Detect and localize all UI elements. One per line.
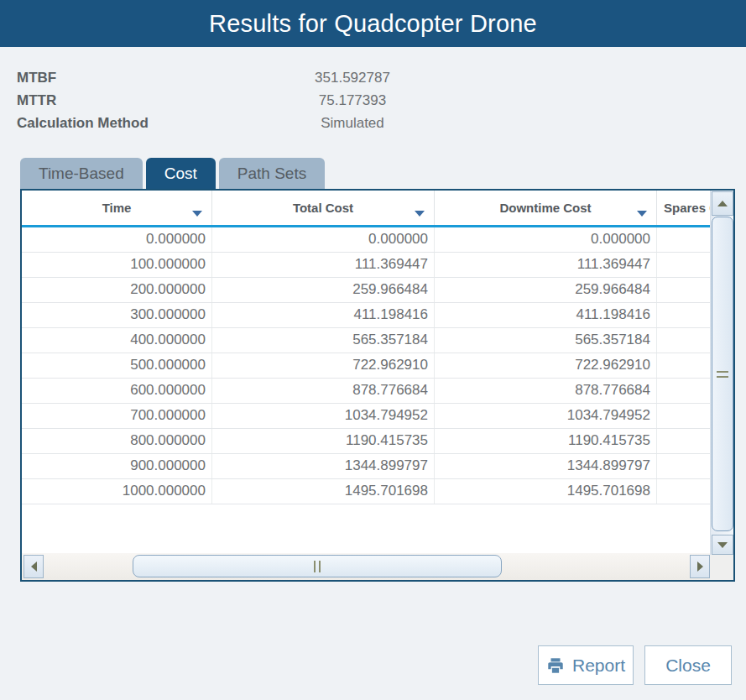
thumb-grip-icon [314, 561, 321, 572]
table-cell: 1034.794952 [212, 404, 435, 428]
table-cell [657, 227, 710, 252]
tab-path-sets[interactable]: Path Sets [219, 158, 325, 189]
table-cell: 400.000000 [22, 328, 212, 353]
scroll-up-button[interactable] [712, 191, 733, 216]
table-row[interactable]: 500.000000722.962910722.962910 [22, 353, 710, 379]
results-dialog: Results for Quadcopter Drone MTBF 351.59… [0, 0, 746, 700]
table-row[interactable]: 100.000000111.369447111.369447 [22, 253, 710, 278]
table-cell [657, 454, 710, 478]
table-cell: 565.357184 [435, 328, 657, 353]
table-row[interactable]: 400.000000565.357184565.357184 [22, 328, 710, 353]
table-row[interactable]: 900.0000001344.8997971344.899797 [22, 454, 710, 479]
scroll-right-button[interactable] [690, 555, 710, 578]
mtbf-value: 351.592787 [218, 70, 487, 86]
table-cell: 1190.415735 [435, 429, 657, 453]
table-row[interactable]: 800.0000001190.4157351190.415735 [22, 429, 710, 454]
sort-arrow-icon[interactable] [415, 211, 425, 217]
table-cell: 878.776684 [212, 379, 435, 403]
close-button-label: Close [665, 656, 711, 676]
table-cell [657, 353, 710, 378]
table-cell: 900.000000 [22, 454, 212, 478]
table-cell: 800.000000 [22, 429, 212, 453]
scroll-left-button[interactable] [23, 555, 44, 578]
horizontal-scrollbar-thumb[interactable] [133, 555, 502, 577]
report-button[interactable]: Report [538, 645, 634, 685]
table-row[interactable]: 600.000000878.776684878.776684 [22, 379, 710, 404]
table-cell [657, 278, 710, 302]
table-cell: 0.000000 [435, 227, 657, 252]
table-row[interactable]: 1000.0000001495.7016981495.701698 [22, 479, 710, 504]
table-header-row: Time Total Cost Downtime Cost Spares Cos… [22, 191, 710, 225]
table-cell: 722.962910 [435, 353, 657, 378]
table-cell [657, 303, 710, 327]
table-row[interactable]: 300.000000411.198416411.198416 [22, 303, 710, 328]
results-tabs: Time-Based Cost Path Sets [20, 158, 325, 189]
sort-arrow-icon[interactable] [192, 211, 202, 217]
mtbf-label: MTBF [0, 70, 218, 86]
info-row-mtbf: MTBF 351.592787 [0, 66, 746, 89]
table-cell [657, 379, 710, 403]
table-cell: 878.776684 [435, 379, 657, 403]
left-arrow-icon [31, 562, 37, 572]
table-cell: 300.000000 [22, 303, 212, 327]
tab-time-based[interactable]: Time-Based [20, 158, 143, 189]
column-header-time[interactable]: Time [22, 191, 212, 225]
close-button[interactable]: Close [644, 645, 732, 685]
column-header-label: Total Cost [293, 201, 353, 215]
horizontal-scrollbar[interactable] [22, 553, 710, 580]
column-header-label: Time [102, 201, 132, 215]
table-cell: 100.000000 [22, 253, 212, 277]
dialog-header: Results for Quadcopter Drone [0, 0, 746, 47]
table-cell: 1000.000000 [22, 479, 212, 504]
sort-arrow-icon[interactable] [637, 211, 647, 217]
table-cell: 1495.701698 [435, 479, 657, 504]
column-header-downtime-cost[interactable]: Downtime Cost [435, 191, 657, 225]
table-cell: 1344.899797 [212, 454, 435, 478]
thumb-grip-icon [717, 371, 728, 378]
table-cell: 111.369447 [435, 253, 657, 277]
table-cell: 259.966484 [212, 278, 435, 302]
table-cell: 1344.899797 [435, 454, 657, 478]
table-cell [657, 479, 710, 504]
table-body: 0.0000000.0000000.000000100.000000111.36… [22, 227, 710, 504]
column-header-spares-cost[interactable]: Spares Cost [657, 191, 710, 225]
info-row-mttr: MTTR 75.177393 [0, 89, 746, 112]
table-cell [657, 328, 710, 353]
report-button-label: Report [572, 656, 625, 676]
vertical-scrollbar[interactable] [710, 191, 733, 555]
column-header-total-cost[interactable]: Total Cost [212, 191, 435, 225]
table-row[interactable]: 700.0000001034.7949521034.794952 [22, 404, 710, 429]
table-cell: 500.000000 [22, 353, 212, 378]
summary-info: MTBF 351.592787 MTTR 75.177393 Calculati… [0, 66, 746, 134]
table-row[interactable]: 0.0000000.0000000.000000 [22, 227, 710, 253]
table-cell [657, 404, 710, 428]
table-cell: 200.000000 [22, 278, 212, 302]
scrollbar-corner [710, 555, 733, 580]
table-cell: 565.357184 [212, 328, 435, 353]
down-arrow-icon [717, 542, 728, 548]
table-cell: 1034.794952 [435, 404, 657, 428]
tab-cost[interactable]: Cost [146, 158, 216, 189]
info-row-calculation-method: Calculation Method Simulated [0, 112, 746, 134]
mttr-label: MTTR [0, 92, 218, 109]
table-cell: 0.000000 [212, 227, 435, 252]
table-cell: 1495.701698 [212, 479, 435, 504]
table-cell: 411.198416 [435, 303, 657, 327]
table-row[interactable]: 200.000000259.966484259.966484 [22, 278, 710, 303]
mttr-value: 75.177393 [218, 92, 487, 109]
right-arrow-icon [697, 562, 703, 572]
table-cell: 700.000000 [22, 404, 212, 428]
table-cell: 111.369447 [212, 253, 435, 277]
table-viewport: Time Total Cost Downtime Cost Spares Cos… [22, 191, 710, 553]
column-header-label: Spares Cost [664, 201, 710, 215]
printer-icon [546, 656, 565, 675]
scroll-down-button[interactable] [712, 535, 733, 555]
column-header-label: Downtime Cost [499, 201, 591, 215]
dialog-title: Results for Quadcopter Drone [209, 10, 537, 38]
table-cell: 0.000000 [22, 227, 212, 252]
table-cell [657, 429, 710, 453]
vertical-scrollbar-thumb[interactable] [712, 217, 733, 531]
table-cell: 722.962910 [212, 353, 435, 378]
calculation-method-value: Simulated [218, 115, 487, 132]
table-cell: 411.198416 [212, 303, 435, 327]
